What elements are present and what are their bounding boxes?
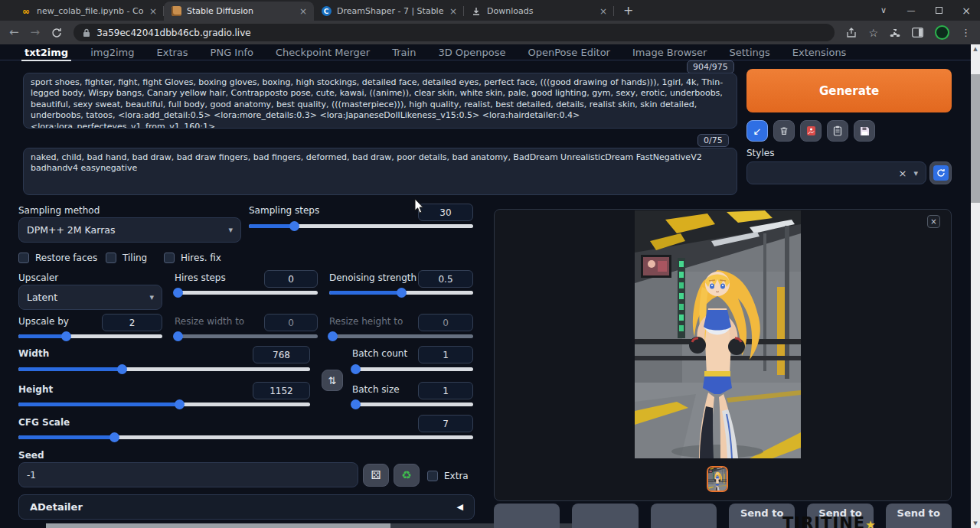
sampling-steps-slider[interactable] [249,224,473,228]
gallery-thumbnail[interactable] [707,466,728,492]
back-button[interactable]: ← [9,27,19,38]
batch-count-slider[interactable] [352,367,473,371]
sampling-steps-label: Sampling steps [249,205,319,216]
tab-extras[interactable]: Extras [157,47,188,58]
generate-button[interactable]: Generate [746,69,952,112]
profile-avatar[interactable] [935,25,949,40]
tab-image-browser[interactable]: Image Browser [632,47,707,58]
tab-img2img[interactable]: img2img [90,47,134,58]
tab-checkpoint-merger[interactable]: Checkpoint Merger [276,47,370,58]
send-to-extras-button[interactable]: Send to [886,504,952,528]
tab-settings[interactable]: Settings [729,47,769,58]
tab-png-info[interactable]: PNG Info [211,47,253,58]
sampling-method-select[interactable]: DPM++ 2M Karras ▾ [18,217,241,243]
tab-openpose-editor[interactable]: OpenPose Editor [528,47,610,58]
maximize-icon [936,7,942,14]
checkbox-box[interactable] [427,471,438,481]
paste-params-button[interactable]: ↙ [746,120,768,142]
page-scrollbar[interactable]: ▲ ▼ [971,44,980,528]
save-style-button[interactable] [854,120,875,142]
recycle-icon: ♻ [401,468,411,482]
share-icon[interactable] [846,28,857,38]
hires-steps-value[interactable]: 0 [264,270,318,288]
action-button[interactable] [651,504,717,528]
forward-button[interactable]: → [31,27,41,38]
zip-button[interactable] [572,504,638,528]
window-close-button[interactable]: × [952,0,980,21]
upscale-by-label: Upscale by [18,316,69,327]
checkbox-box[interactable] [106,253,116,263]
browser-tab-dreamshaper[interactable]: C DreamShaper - 7 | Stable Diffusio × [314,2,464,21]
extra-seed-checkbox[interactable]: Extra [427,471,469,481]
scroll-down-icon[interactable]: ▼ [971,519,980,528]
bookmark-star-icon[interactable]: ☆ [868,27,878,39]
close-preview-button[interactable]: × [927,215,940,228]
tab-3d-openpose[interactable]: 3D Openpose [438,47,505,58]
scrollbar-thumb[interactable] [971,74,980,203]
width-value[interactable]: 768 [253,346,310,363]
checkbox-box[interactable] [164,253,175,263]
save-button[interactable] [494,504,560,528]
tab-train[interactable]: Train [392,47,416,58]
upscaler-value: Latent [27,292,57,303]
seed-input[interactable]: -1 [18,462,358,487]
extensions-puzzle-icon[interactable] [890,28,900,38]
upscaler-select[interactable]: Latent ▾ [18,285,162,310]
upscale-by-value[interactable]: 2 [102,314,162,331]
tab-close-icon[interactable]: × [299,7,307,16]
cfg-scale-value[interactable]: 7 [418,415,473,432]
apply-style-button[interactable] [827,120,848,142]
hires-steps-slider[interactable] [175,291,318,295]
scroll-up-icon[interactable]: ▲ [971,44,980,54]
batch-size-value[interactable]: 1 [418,382,473,399]
batch-count-value[interactable]: 1 [418,346,473,363]
upscale-by-slider[interactable] [18,334,162,338]
reload-button[interactable] [51,28,62,38]
browser-tab-stable-diffusion[interactable]: Stable Diffusion × [164,2,314,21]
tab-extensions[interactable]: Extensions [792,47,847,58]
browser-tab-colab[interactable]: ∞ new_colab_file.ipynb - Colaborat × [14,2,164,21]
extra-networks-button[interactable] [800,120,822,142]
browser-window: ∞ new_colab_file.ipynb - Colaborat × Sta… [0,0,980,528]
new-tab-button[interactable]: + [623,3,633,18]
cfg-scale-label: CFG Scale [18,417,70,428]
tab-close-icon[interactable]: × [599,7,607,16]
tiling-checkbox[interactable]: Tiling [106,253,147,263]
reuse-seed-button[interactable]: ♻ [394,464,420,487]
refresh-styles-button[interactable] [929,161,952,184]
tab-search-chevron-icon[interactable]: ∨ [870,0,897,21]
hires-fix-checkbox[interactable]: Hires. fix [164,253,221,263]
url-bar[interactable]: 3a59ec42041dbb46cb.gradio.live [74,24,835,41]
browser-tab-strip: ∞ new_colab_file.ipynb - Colaborat × Sta… [0,0,980,21]
watermark: TIRITINE★ [782,514,877,528]
styles-select[interactable]: × ▾ [746,161,926,184]
prompt-input[interactable]: sport shoes, fighter, fight, fight Glove… [23,73,737,129]
height-value[interactable]: 1152 [253,382,310,399]
cfg-scale-slider[interactable] [18,435,473,439]
sampling-steps-value[interactable]: 30 [418,204,473,221]
denoising-strength-value[interactable]: 0.5 [418,270,473,288]
side-panel-icon[interactable] [912,28,923,37]
styles-clear-icon[interactable]: × [899,168,907,179]
adetailer-accordion[interactable]: ADetailer ◀ [18,494,475,520]
tab-close-icon[interactable]: × [149,7,157,16]
denoising-strength-slider[interactable] [329,291,473,295]
tab-txt2img[interactable]: txt2img [24,47,68,58]
generated-image[interactable] [635,210,801,458]
batch-size-slider[interactable] [352,403,473,406]
browser-menu-dots-icon[interactable]: ⋮ [961,27,971,38]
width-slider[interactable] [18,367,310,371]
browser-tab-downloads[interactable]: Downloads × [464,2,614,21]
resize-width-label: Resize width to [175,316,244,327]
swap-dimensions-button[interactable]: ⇅ [322,370,343,391]
height-slider[interactable] [18,403,310,406]
window-maximize-button[interactable] [925,0,952,21]
window-minimize-button[interactable]: — [897,0,925,21]
random-seed-button[interactable]: ⚄ [363,464,389,487]
negative-prompt-input[interactable]: naked, child, bad hand, bad draw, bad dr… [23,148,737,195]
checkbox-box[interactable] [18,253,29,263]
clear-prompt-button[interactable] [773,120,795,142]
tab-close-icon[interactable]: × [449,7,457,16]
restore-faces-checkbox[interactable]: Restore faces [18,253,97,263]
mouse-cursor [414,199,425,214]
